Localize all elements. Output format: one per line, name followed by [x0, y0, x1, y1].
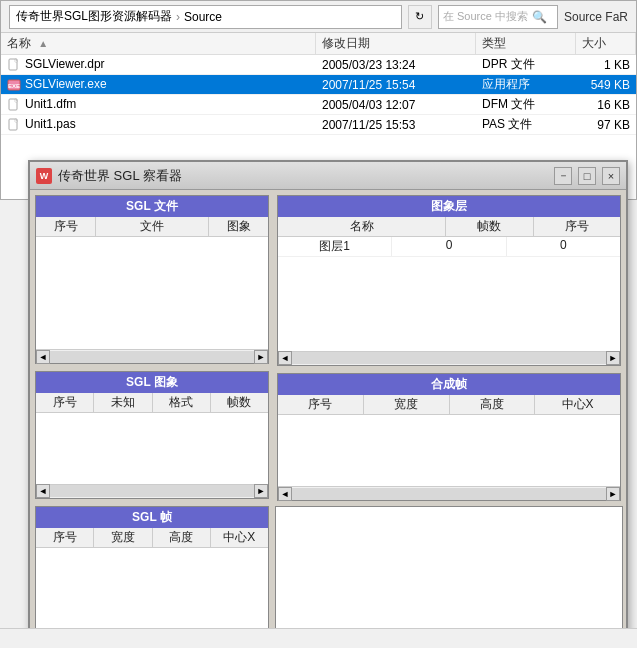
sgl-app-icon: W: [36, 168, 52, 184]
col-type[interactable]: 类型: [476, 33, 576, 54]
preview-area: [275, 506, 623, 635]
breadcrumb-current: Source: [184, 10, 222, 24]
file-size: 549 KB: [576, 77, 636, 93]
file-size: 1 KB: [576, 57, 636, 73]
sgl-img-cols: 序号 未知 格式 帧数: [36, 393, 268, 413]
scroll-track-img[interactable]: [50, 485, 254, 497]
scroll-left-comp[interactable]: ◄: [278, 487, 292, 501]
file-icon: [7, 97, 21, 111]
file-name: EXESGLViewer.exe: [1, 76, 316, 93]
file-date: 2007/11/25 15:54: [316, 77, 476, 93]
sgl-file-col-1: 文件: [96, 217, 209, 236]
table-row[interactable]: Unit1.pas2007/11/25 15:53PAS 文件97 KB: [1, 115, 636, 135]
sgl-frame-col-2: 高度: [153, 528, 211, 547]
table-row[interactable]: EXESGLViewer.exe2007/11/25 15:54应用程序549 …: [1, 75, 636, 95]
composite-header: 合成帧: [278, 374, 620, 395]
sgl-content: SGL 文件 序号 文件 图象 ◄ ► SGL 图象 序号 未知: [30, 190, 626, 638]
sgl-img-scrollbar[interactable]: ◄ ►: [36, 484, 268, 498]
panel-cell: 0: [507, 237, 620, 256]
scroll-right-comp[interactable]: ►: [606, 487, 620, 501]
sgl-file-col-0: 序号: [36, 217, 96, 236]
sgl-file-header: SGL 文件: [36, 196, 268, 217]
explorer-column-headers: 名称 ▲ 修改日期 类型 大小: [1, 33, 636, 55]
file-type: PAS 文件: [476, 115, 576, 134]
img-layer-col-2: 序号: [534, 217, 621, 236]
sgl-titlebar: W 传奇世界 SGL 察看器 － □ ×: [30, 162, 626, 190]
file-type: DFM 文件: [476, 95, 576, 114]
far-label: Source FaR: [564, 10, 628, 24]
sgl-frame-col-0: 序号: [36, 528, 94, 547]
file-date: 2007/11/25 15:53: [316, 117, 476, 133]
file-type: 应用程序: [476, 75, 576, 94]
search-box[interactable]: 在 Source 中搜索 🔍: [438, 5, 558, 29]
sgl-file-panel: SGL 文件 序号 文件 图象 ◄ ►: [35, 195, 269, 364]
file-name: Unit1.pas: [1, 116, 316, 133]
left-column: SGL 文件 序号 文件 图象 ◄ ► SGL 图象 序号 未知: [33, 193, 273, 635]
scroll-left-layer[interactable]: ◄: [278, 351, 292, 365]
table-row[interactable]: Unit1.dfm2005/04/03 12:07DFM 文件16 KB: [1, 95, 636, 115]
composite-col-1: 宽度: [364, 395, 450, 414]
svg-text:EXE: EXE: [8, 83, 20, 89]
maximize-button[interactable]: □: [578, 167, 596, 185]
composite-body[interactable]: [278, 415, 620, 487]
refresh-button[interactable]: ↻: [408, 5, 432, 29]
sgl-window-title: 传奇世界 SGL 察看器: [58, 167, 548, 185]
file-size: 97 KB: [576, 117, 636, 133]
img-layer-col-0: 名称: [278, 217, 446, 236]
scroll-right-layer[interactable]: ►: [606, 351, 620, 365]
breadcrumb-sep: ›: [176, 10, 180, 24]
img-layer-cols: 名称 帧数 序号: [278, 217, 620, 237]
scroll-track-comp[interactable]: [292, 488, 606, 500]
scroll-right[interactable]: ►: [254, 350, 268, 364]
composite-cols: 序号 宽度 高度 中心X: [278, 395, 620, 415]
sgl-file-scrollbar[interactable]: ◄ ►: [36, 349, 268, 363]
sgl-frame-header: SGL 帧: [36, 507, 268, 528]
composite-scrollbar[interactable]: ◄ ►: [278, 486, 620, 500]
scroll-track-layer[interactable]: [292, 352, 606, 364]
file-icon: [7, 117, 21, 131]
sgl-frame-cols: 序号 宽度 高度 中心X: [36, 528, 268, 548]
sgl-img-body[interactable]: [36, 413, 268, 483]
file-type: DPR 文件: [476, 55, 576, 74]
col-size[interactable]: 大小: [576, 33, 636, 54]
scroll-left[interactable]: ◄: [36, 350, 50, 364]
sgl-frame-col-1: 宽度: [94, 528, 152, 547]
right-column: 图象层 名称 帧数 序号 图层100 ◄ ► 合成帧 序号 宽度: [273, 193, 623, 635]
file-icon: [7, 57, 21, 71]
sgl-file-body[interactable]: [36, 237, 268, 349]
composite-col-3: 中心X: [535, 395, 620, 414]
sgl-frame-panel: SGL 帧 序号 宽度 高度 中心X: [35, 506, 269, 633]
file-icon: EXE: [7, 77, 21, 91]
sgl-frame-body[interactable]: [36, 548, 268, 632]
img-layer-col-1: 帧数: [446, 217, 534, 236]
explorer-toolbar: 传奇世界SGL图形资源解码器 › Source ↻ 在 Source 中搜索 🔍…: [1, 1, 636, 33]
breadcrumb[interactable]: 传奇世界SGL图形资源解码器 › Source: [9, 5, 402, 29]
table-row[interactable]: SGLViewer.dpr2005/03/23 13:24DPR 文件1 KB: [1, 55, 636, 75]
search-icon: 🔍: [532, 10, 547, 24]
sgl-img-col-2: 格式: [153, 393, 211, 412]
composite-col-0: 序号: [278, 395, 364, 414]
img-layer-panel: 图象层 名称 帧数 序号 图层100 ◄ ►: [277, 195, 621, 366]
breadcrumb-root: 传奇世界SGL图形资源解码器: [16, 8, 172, 25]
status-bar: [0, 628, 637, 648]
sgl-img-col-3: 帧数: [211, 393, 268, 412]
sgl-viewer-window: W 传奇世界 SGL 察看器 － □ × SGL 文件 序号 文件 图象 ◄ ►: [28, 160, 628, 640]
search-placeholder: 在 Source 中搜索: [443, 9, 528, 24]
panel-cell: 图层1: [278, 237, 392, 256]
composite-panel: 合成帧 序号 宽度 高度 中心X ◄ ►: [277, 373, 621, 502]
file-size: 16 KB: [576, 97, 636, 113]
file-date: 2005/04/03 12:07: [316, 97, 476, 113]
col-date[interactable]: 修改日期: [316, 33, 476, 54]
img-layer-scrollbar[interactable]: ◄ ►: [278, 351, 620, 365]
list-item[interactable]: 图层100: [278, 237, 620, 257]
scroll-track[interactable]: [50, 351, 254, 363]
col-name[interactable]: 名称 ▲: [1, 33, 316, 54]
sgl-img-panel: SGL 图象 序号 未知 格式 帧数 ◄ ►: [35, 371, 269, 498]
file-list: SGLViewer.dpr2005/03/23 13:24DPR 文件1 KBE…: [1, 55, 636, 135]
scroll-right-img[interactable]: ►: [254, 484, 268, 498]
scroll-left-img[interactable]: ◄: [36, 484, 50, 498]
close-button[interactable]: ×: [602, 167, 620, 185]
img-layer-body[interactable]: 图层100: [278, 237, 620, 351]
sgl-file-col-2: 图象: [209, 217, 268, 236]
minimize-button[interactable]: －: [554, 167, 572, 185]
